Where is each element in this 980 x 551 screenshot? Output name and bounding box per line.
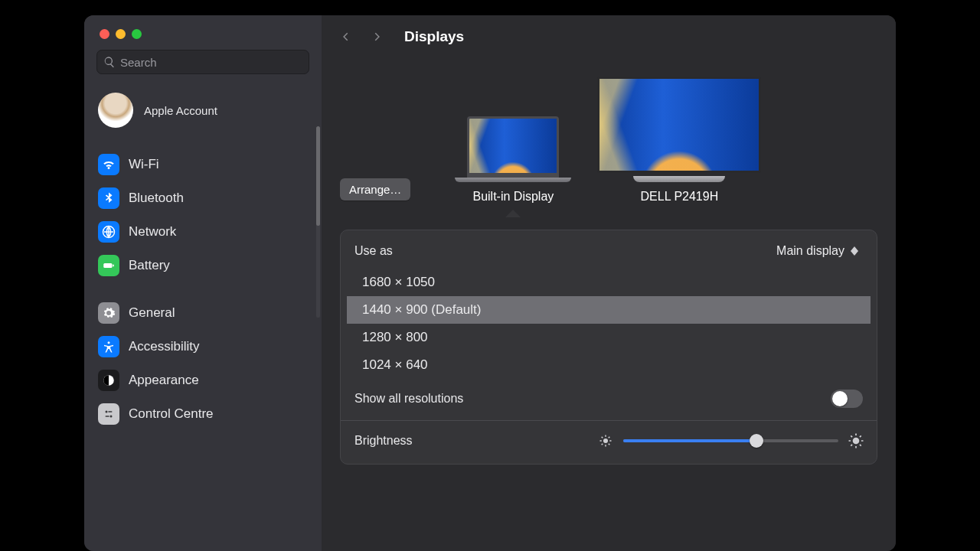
- resolution-list: 1680 × 10501440 × 900 (Default)1280 × 80…: [347, 269, 871, 379]
- svg-line-14: [609, 444, 610, 445]
- wifi-icon: [98, 154, 119, 175]
- use-as-row: Use as Main display: [341, 241, 877, 261]
- zoom-icon[interactable]: [132, 29, 142, 39]
- minimize-icon[interactable]: [116, 29, 126, 39]
- svg-point-8: [603, 439, 608, 443]
- updown-icon: [851, 244, 863, 258]
- close-icon[interactable]: [100, 29, 109, 39]
- search-icon: [103, 56, 116, 68]
- forward-button[interactable]: [368, 28, 386, 46]
- use-as-select[interactable]: Main display: [776, 244, 863, 258]
- sidebar-item-label: General: [129, 305, 175, 321]
- display-label: Built-in Display: [472, 190, 554, 204]
- sidebar: Search Apple Account Wi-FiBluetoothNetwo…: [84, 15, 322, 551]
- arrange-button[interactable]: Arrange…: [340, 178, 410, 201]
- display-label: DELL P2419H: [641, 190, 719, 204]
- settings-window: Search Apple Account Wi-FiBluetoothNetwo…: [84, 15, 896, 551]
- svg-point-6: [110, 416, 113, 418]
- controls-icon: [98, 403, 119, 425]
- sidebar-item-network[interactable]: Network: [92, 217, 314, 247]
- apple-account-row[interactable]: Apple Account: [84, 85, 322, 145]
- svg-line-15: [602, 444, 603, 445]
- back-button[interactable]: [337, 28, 355, 46]
- displays-row: Arrange… Built-in DisplayDELL P2419H: [322, 54, 896, 214]
- svg-line-13: [602, 437, 603, 439]
- sidebar-item-wi-fi[interactable]: Wi-Fi: [92, 149, 314, 180]
- battery-icon: [98, 255, 119, 276]
- brightness-label: Brightness: [354, 434, 588, 448]
- resolution-option[interactable]: 1024 × 640: [347, 351, 871, 379]
- resolution-option[interactable]: 1280 × 800: [347, 324, 871, 351]
- svg-line-16: [609, 437, 610, 439]
- gear-icon: [98, 302, 119, 324]
- show-all-resolutions-row: Show all resolutions: [341, 386, 877, 411]
- use-as-value: Main display: [776, 244, 844, 258]
- sidebar-item-label: Appearance: [129, 373, 199, 388]
- sidebar-item-label: Accessibility: [129, 339, 200, 354]
- sidebar-item-label: Wi-Fi: [129, 157, 159, 172]
- sidebar-item-appearance[interactable]: Appearance: [92, 365, 314, 396]
- svg-point-2: [108, 341, 110, 344]
- svg-point-4: [106, 411, 108, 413]
- sidebar-item-general[interactable]: General: [92, 298, 314, 328]
- topbar: Displays: [322, 15, 896, 54]
- brightness-row: Brightness: [341, 430, 877, 452]
- search-field-wrap: Search: [84, 50, 322, 85]
- content-pane: Displays Arrange… Built-in DisplayDELL P…: [322, 15, 896, 551]
- svg-line-24: [851, 445, 852, 446]
- chevron-left-icon: [341, 31, 351, 42]
- svg-rect-1: [113, 265, 114, 267]
- window-controls: [84, 15, 322, 50]
- brightness-high-icon: [848, 433, 864, 449]
- sidebar-item-battery[interactable]: Battery: [92, 250, 314, 281]
- display-settings-panel: Use as Main display 1680 × 10501440 × 90…: [340, 230, 877, 465]
- sidebar-item-label: Network: [129, 224, 176, 240]
- svg-line-25: [860, 435, 861, 437]
- brightness-slider[interactable]: [623, 433, 838, 448]
- appearance-icon: [98, 370, 119, 391]
- sidebar-item-accessibility[interactable]: Accessibility: [92, 331, 314, 362]
- show-all-resolutions-toggle[interactable]: [831, 390, 863, 408]
- page-title: Displays: [404, 28, 464, 45]
- display-dell-p2419h[interactable]: DELL P2419H: [597, 77, 761, 204]
- divider: [341, 420, 877, 421]
- svg-rect-5: [108, 411, 112, 412]
- use-as-label: Use as: [354, 244, 393, 258]
- accessibility-icon: [98, 336, 119, 357]
- sidebar-item-label: Battery: [129, 258, 170, 273]
- search-input[interactable]: Search: [96, 50, 309, 74]
- account-label: Apple Account: [144, 104, 217, 117]
- display-built-in-display[interactable]: Built-in Display: [455, 116, 571, 204]
- search-placeholder: Search: [120, 56, 157, 69]
- svg-rect-7: [106, 416, 109, 417]
- globe-icon: [98, 221, 119, 243]
- sidebar-item-bluetooth[interactable]: Bluetooth: [92, 183, 314, 214]
- svg-rect-0: [103, 263, 112, 268]
- brightness-low-icon: [599, 434, 612, 448]
- sidebar-item-label: Control Centre: [129, 406, 214, 422]
- svg-point-17: [853, 438, 860, 445]
- sidebar-scrollbar[interactable]: [316, 126, 320, 318]
- resolution-option[interactable]: 1440 × 900 (Default): [347, 296, 871, 324]
- bluetooth-icon: [98, 187, 119, 209]
- sidebar-item-control-centre[interactable]: Control Centre: [92, 399, 314, 429]
- show-all-resolutions-label: Show all resolutions: [354, 392, 463, 406]
- resolution-option[interactable]: 1680 × 1050: [347, 269, 871, 296]
- avatar: [98, 93, 133, 128]
- svg-line-22: [851, 435, 852, 437]
- svg-line-23: [860, 445, 861, 446]
- chevron-right-icon: [371, 31, 382, 42]
- sidebar-item-label: Bluetooth: [129, 191, 184, 206]
- sidebar-nav: Wi-FiBluetoothNetworkBatteryGeneralAcces…: [84, 145, 322, 429]
